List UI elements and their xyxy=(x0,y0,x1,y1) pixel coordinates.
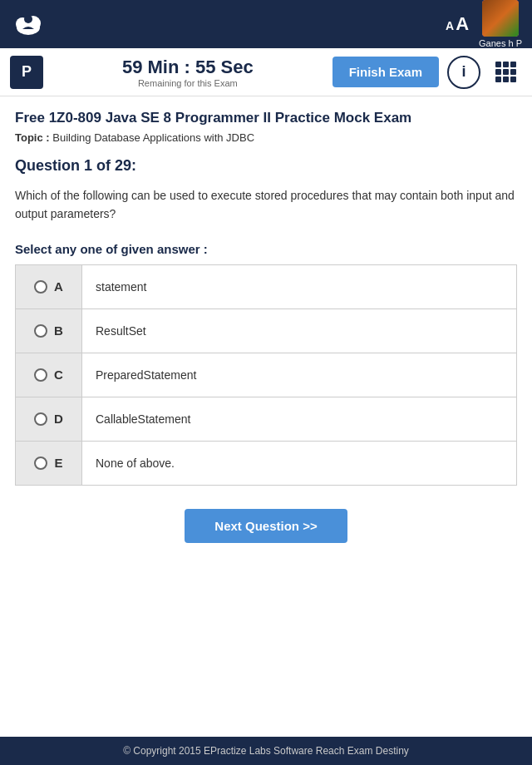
footer-text: © Copyright 2015 EPractize Labs Software… xyxy=(123,745,409,757)
option-letter-cell-a: A xyxy=(16,265,82,308)
grid-button[interactable] xyxy=(489,56,522,89)
footer: © Copyright 2015 EPractize Labs Software… xyxy=(0,737,532,765)
info-button[interactable]: i xyxy=(447,56,480,89)
logo-area xyxy=(10,6,47,42)
option-row-a[interactable]: A statement xyxy=(16,265,516,309)
option-row-c[interactable]: C PreparedStatement xyxy=(16,353,516,397)
option-row-d[interactable]: D CallableStatement xyxy=(16,397,516,442)
exam-title: Free 1Z0-809 Java SE 8 Programmer II Pra… xyxy=(15,110,517,126)
option-text-a: statement xyxy=(82,270,516,304)
font-size-small[interactable]: A xyxy=(446,19,456,32)
logo-icon xyxy=(10,6,47,42)
next-question-button[interactable]: Next Question >> xyxy=(185,509,347,543)
question-text: Which of the following can be used to ex… xyxy=(15,186,517,224)
option-radio-c[interactable] xyxy=(34,368,47,382)
option-text-c: PreparedStatement xyxy=(82,358,516,392)
option-text-b: ResultSet xyxy=(82,314,516,348)
user-avatar xyxy=(482,0,519,37)
option-text-d: CallableStatement xyxy=(82,402,516,436)
option-radio-a[interactable] xyxy=(34,280,47,294)
option-text-e: None of above. xyxy=(82,447,516,480)
option-row-e[interactable]: E None of above. xyxy=(16,442,516,485)
grid-icon xyxy=(495,62,516,82)
topic-label: Topic : xyxy=(15,131,50,144)
topic-line: Topic : Building Database Applications w… xyxy=(15,131,517,144)
font-size-large[interactable]: A xyxy=(456,13,470,34)
user-name: Ganes h P xyxy=(479,38,522,48)
options-table: A statement B ResultSet C PreparedStatem… xyxy=(15,264,517,486)
app-header: AA Ganes h P xyxy=(0,0,532,48)
option-letter-b: B xyxy=(54,323,63,338)
option-letter-cell-d: D xyxy=(16,397,82,441)
option-letter-cell-b: B xyxy=(16,309,82,353)
font-size-controls[interactable]: AA xyxy=(446,13,470,35)
question-header: Question 1 of 29: xyxy=(15,157,517,175)
topic-value: Building Database Applications with JDBC xyxy=(52,131,254,144)
remaining-label: Remaining for this Exam xyxy=(52,78,324,88)
option-letter-e: E xyxy=(54,456,62,470)
avatar-image xyxy=(482,0,519,37)
option-letter-d: D xyxy=(54,412,63,426)
svg-point-4 xyxy=(24,15,32,23)
pause-button[interactable]: P xyxy=(10,56,43,89)
option-radio-e[interactable] xyxy=(34,457,47,470)
timer-display: 59 Min : 55 Sec xyxy=(52,57,324,78)
next-button-area: Next Question >> xyxy=(15,509,517,543)
option-letter-c: C xyxy=(54,368,63,382)
finish-exam-button[interactable]: Finish Exam xyxy=(332,57,439,87)
timer-center: 59 Min : 55 Sec Remaining for this Exam xyxy=(52,57,324,88)
option-letter-cell-e: E xyxy=(16,442,82,485)
info-icon: i xyxy=(461,63,466,81)
select-instruction: Select any one of given answer : xyxy=(15,242,517,256)
timer-bar: P 59 Min : 55 Sec Remaining for this Exa… xyxy=(0,48,532,96)
option-letter-cell-c: C xyxy=(16,353,82,397)
option-letter-a: A xyxy=(54,279,63,294)
option-row-b[interactable]: B ResultSet xyxy=(16,309,516,353)
header-right: AA Ganes h P xyxy=(446,0,522,48)
option-radio-b[interactable] xyxy=(34,324,47,338)
user-block[interactable]: Ganes h P xyxy=(479,0,522,48)
option-radio-d[interactable] xyxy=(34,412,47,426)
main-content: Free 1Z0-809 Java SE 8 Programmer II Pra… xyxy=(0,96,532,737)
